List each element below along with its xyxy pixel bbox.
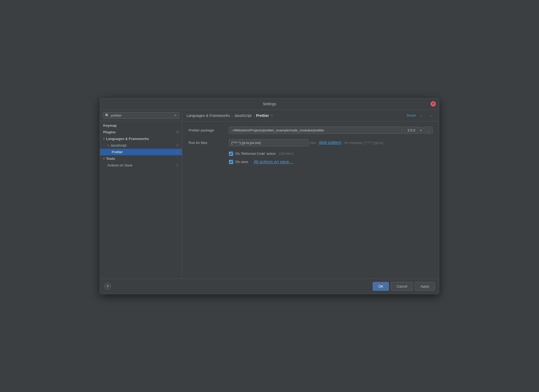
search-box: 🔍 ✕ (100, 110, 182, 121)
dialog-title: Settings (263, 102, 276, 106)
package-control-group: ▾ … (229, 127, 433, 134)
keymap-label: Keymap (103, 124, 117, 127)
search-icon: 🔍 (105, 113, 109, 117)
back-button[interactable]: ← (418, 113, 425, 118)
tools-label: Tools (106, 157, 115, 161)
footer-left: ? (104, 283, 111, 290)
sidebar-item-prettier[interactable]: Prettier ☰ (100, 149, 182, 155)
breadcrumb: Languages & Frameworks › JavaScript › Pr… (186, 113, 273, 118)
package-row: Prettier package: ▾ … (189, 127, 433, 134)
sidebar-item-actions-on-save[interactable]: Actions on Save ☰ (100, 162, 182, 169)
package-input[interactable] (229, 127, 403, 134)
breadcrumb-part-1: JavaScript (234, 113, 251, 118)
close-button[interactable]: ✕ (431, 101, 436, 107)
on-save-checkbox[interactable] (229, 160, 233, 164)
on-save-label: On save (235, 160, 248, 164)
breadcrumb-sep-1: › (253, 113, 254, 118)
search-input[interactable] (111, 113, 172, 117)
files-control-group: Use glob pattern , for example, {**/*,*}… (229, 139, 433, 146)
version-input[interactable] (404, 127, 419, 134)
sidebar-item-javascript[interactable]: ▾ JavaScript ☰ (100, 142, 182, 149)
glob-pattern-link[interactable]: glob pattern (319, 140, 342, 145)
breadcrumb-sep-0: › (231, 113, 233, 118)
reset-button[interactable]: Reset (407, 113, 416, 117)
languages-frameworks-label: Languages & Frameworks (106, 137, 149, 141)
tools-chevron: ▾ (103, 157, 105, 160)
sidebar-tree: Keymap Plugins ☰ ▾ Languages & Framework… (100, 121, 182, 279)
forward-button[interactable]: → (427, 113, 435, 118)
main-content: Languages & Frameworks › JavaScript › Pr… (182, 110, 439, 279)
plugins-label: Plugins (103, 130, 116, 134)
breadcrumb-settings-icon: ☰ (271, 114, 273, 117)
dialog-body: 🔍 ✕ Keymap Plugins ☰ ▾ Languages & Frame… (100, 110, 439, 279)
all-actions-link[interactable]: All actions on save… (254, 160, 293, 164)
cancel-button[interactable]: Cancel (391, 282, 413, 291)
actions-on-save-settings-icon: ☰ (176, 164, 179, 167)
version-wrapper: ▾ (404, 127, 423, 134)
prettier-settings-icon: ☰ (176, 150, 179, 154)
files-input[interactable] (229, 139, 308, 146)
breadcrumb-part-2: Prettier (256, 113, 269, 118)
search-wrapper: 🔍 ✕ (103, 112, 179, 119)
languages-frameworks-chevron: ▾ (103, 137, 105, 140)
content-header: Languages & Frameworks › JavaScript › Pr… (182, 110, 439, 121)
settings-dialog: Settings ✕ 🔍 ✕ Keymap Plugins ☰ (100, 98, 439, 294)
sidebar: 🔍 ✕ Keymap Plugins ☰ ▾ Languages & Frame… (100, 110, 182, 279)
javascript-chevron: ▾ (107, 144, 109, 147)
prettier-label: Prettier (112, 150, 123, 154)
files-hint-use: Use (310, 141, 316, 145)
files-row: Run for files: Use glob pattern , for ex… (189, 139, 433, 146)
footer-right: OK Cancel Apply (373, 282, 435, 291)
package-label: Prettier package: (189, 128, 226, 132)
sidebar-item-plugins[interactable]: Plugins ☰ (100, 129, 182, 135)
search-clear-button[interactable]: ✕ (174, 113, 177, 117)
sidebar-item-languages-frameworks[interactable]: ▾ Languages & Frameworks (100, 135, 182, 142)
reformat-label: On 'Reformat Code' action (235, 152, 276, 156)
help-button[interactable]: ? (104, 283, 111, 290)
sidebar-item-tools[interactable]: ▾ Tools (100, 155, 182, 162)
files-label: Run for files: (189, 141, 226, 145)
ok-button[interactable]: OK (373, 282, 389, 291)
content-header-actions: Reset ← → (407, 113, 435, 118)
javascript-settings-icon: ☰ (176, 144, 179, 147)
more-button[interactable]: … (424, 127, 433, 134)
plugins-settings-icon: ☰ (176, 130, 179, 134)
version-dropdown-button[interactable]: ▾ (419, 127, 423, 133)
reformat-row: On 'Reformat Code' action Ctrl+Alt+L (189, 152, 433, 156)
dialog-footer: ? OK Cancel Apply (100, 279, 439, 294)
apply-button[interactable]: Apply (415, 282, 435, 291)
content-scroll: Prettier package: ▾ … Run for files: (182, 121, 439, 279)
reformat-checkbox[interactable] (229, 152, 233, 156)
on-save-row: On save All actions on save… (189, 160, 433, 164)
reformat-shortcut: Ctrl+Alt+L (279, 152, 294, 156)
actions-on-save-label: Actions on Save (107, 163, 132, 167)
sidebar-item-keymap[interactable]: Keymap (100, 122, 182, 129)
files-hint-example: , for example, {**/*,*}.{js,ts} (342, 141, 383, 145)
title-bar: Settings ✕ (100, 98, 439, 110)
javascript-label: JavaScript (110, 143, 127, 147)
breadcrumb-part-0: Languages & Frameworks (186, 113, 230, 118)
